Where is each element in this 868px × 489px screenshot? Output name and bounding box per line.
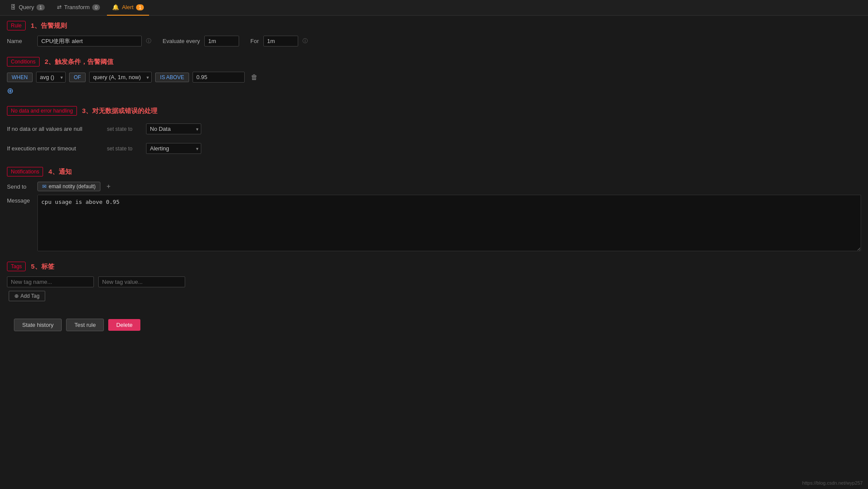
notifications-label: Notifications xyxy=(7,167,43,176)
no-data-header: No data and error handling 3、对无数据或错误的处理 xyxy=(7,106,861,116)
tags-header: Tags 5、标签 xyxy=(7,262,861,271)
name-input[interactable] xyxy=(37,36,142,47)
no-data-row2-label: If execution error or timeout xyxy=(7,145,103,152)
db-icon: 🗄 xyxy=(10,4,16,10)
tab-transform[interactable]: ⇄ Transform 0 xyxy=(52,0,106,16)
tab-alert[interactable]: 🔔 Alert 1 xyxy=(107,0,149,16)
no-data-title: 3、对无数据或错误的处理 xyxy=(82,107,157,115)
conditions-title: 2、触发条件，告警阈值 xyxy=(45,58,113,66)
threshold-input[interactable] xyxy=(193,72,245,83)
email-tag: ✉ email notity (default) xyxy=(37,182,100,191)
no-data-row2-set-label: set state to xyxy=(107,146,142,152)
notifications-header: Notifications 4、通知 xyxy=(7,167,861,176)
delete-button[interactable]: Delete xyxy=(108,319,140,331)
email-icon: ✉ xyxy=(42,183,47,190)
func-select-wrapper: avg () xyxy=(36,72,66,83)
evaluate-label: Evaluate every xyxy=(163,38,200,44)
name-label: Name xyxy=(7,38,33,44)
bottom-bar: State history Test rule Delete xyxy=(7,312,861,338)
rule-title: 1、告警规则 xyxy=(31,22,67,30)
message-row: Message cpu usage is above 0.95 xyxy=(7,195,861,251)
rule-form-row: Name ⓘ Evaluate every For ⓘ xyxy=(7,36,861,47)
add-tag-row: ⊕ Add Tag xyxy=(7,291,861,301)
is-above-badge: IS ABOVE xyxy=(155,73,189,82)
no-data-select[interactable]: No Data Alerting OK Keep Last State xyxy=(146,123,201,134)
tags-input-row xyxy=(7,276,861,287)
main-content: Rule 1、告警规则 Name ⓘ Evaluate every For ⓘ … xyxy=(0,16,868,343)
tags-label: Tags xyxy=(7,262,26,271)
add-condition-row: ⊕ xyxy=(7,86,861,96)
bell-icon: 🔔 xyxy=(112,4,119,10)
tag-value-input[interactable] xyxy=(98,276,185,287)
tags-section: Tags 5、标签 ⊕ Add Tag xyxy=(7,262,861,301)
query-select-wrapper: query (A, 1m, now) xyxy=(89,72,152,83)
func-select[interactable]: avg () xyxy=(36,72,66,83)
rule-header: Rule 1、告警规则 xyxy=(7,21,861,30)
no-data-section: No data and error handling 3、对无数据或错误的处理 … xyxy=(7,106,861,156)
send-to-label: Send to xyxy=(7,183,33,190)
query-select[interactable]: query (A, 1m, now) xyxy=(89,72,152,83)
conditions-row: WHEN avg () OF query (A, 1m, now) IS ABO… xyxy=(7,72,861,83)
no-data-select-wrapper: No Data Alerting OK Keep Last State xyxy=(146,123,201,134)
name-info-icon: ⓘ xyxy=(146,37,151,45)
notifications-title: 4、通知 xyxy=(48,168,71,176)
add-condition-icon[interactable]: ⊕ xyxy=(7,86,13,95)
footer-url: https://blog.csdn.net/wyp257 xyxy=(802,480,863,486)
message-label: Message xyxy=(7,195,33,204)
no-data-label: No data and error handling xyxy=(7,106,77,116)
tag-name-input[interactable] xyxy=(7,276,94,287)
notifications-section: Notifications 4、通知 Send to ✉ email notit… xyxy=(7,167,861,251)
conditions-header: Conditions 2、触发条件，告警阈值 xyxy=(7,57,861,67)
evaluate-input[interactable] xyxy=(204,36,239,47)
transform-icon: ⇄ xyxy=(57,4,62,10)
execution-select-wrapper: Alerting No Data OK Keep Last State xyxy=(146,143,201,154)
conditions-label: Conditions xyxy=(7,57,40,67)
no-data-row2: If execution error or timeout set state … xyxy=(7,140,861,156)
no-data-row1: If no data or all values are null set st… xyxy=(7,121,861,137)
conditions-section: Conditions 2、触发条件，告警阈值 WHEN avg () OF qu… xyxy=(7,57,861,96)
rule-section: Rule 1、告警规则 Name ⓘ Evaluate every For ⓘ xyxy=(7,21,861,47)
no-data-row1-set-label: set state to xyxy=(107,126,142,132)
send-to-row: Send to ✉ email notity (default) + xyxy=(7,182,861,191)
tab-query[interactable]: 🗄 Query 1 xyxy=(5,0,50,16)
tags-title: 5、标签 xyxy=(31,263,54,271)
delete-condition-icon[interactable]: 🗑 xyxy=(248,73,260,82)
add-tag-button[interactable]: ⊕ Add Tag xyxy=(9,291,45,301)
of-badge: OF xyxy=(69,73,86,82)
no-data-row1-label: If no data or all values are null xyxy=(7,126,103,132)
execution-select[interactable]: Alerting No Data OK Keep Last State xyxy=(146,143,201,154)
for-label: For xyxy=(250,38,259,44)
rule-label: Rule xyxy=(7,21,26,30)
add-notification-icon[interactable]: + xyxy=(105,183,112,190)
tab-bar: 🗄 Query 1 ⇄ Transform 0 🔔 Alert 1 xyxy=(0,0,868,16)
message-textarea[interactable]: cpu usage is above 0.95 xyxy=(37,195,861,251)
state-history-button[interactable]: State history xyxy=(14,319,62,331)
for-input[interactable] xyxy=(263,36,298,47)
for-info-icon: ⓘ xyxy=(303,37,308,45)
when-badge: WHEN xyxy=(7,73,33,82)
test-rule-button[interactable]: Test rule xyxy=(66,319,104,331)
plus-circle-icon: ⊕ xyxy=(14,293,19,299)
